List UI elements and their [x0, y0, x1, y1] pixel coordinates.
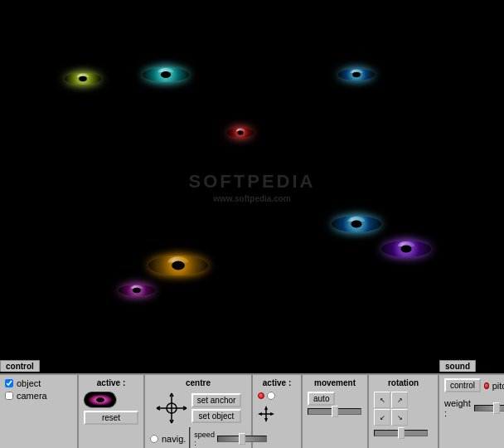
object-label: object — [17, 378, 41, 388]
crosshair-icon — [155, 392, 188, 425]
navig-radio[interactable] — [150, 435, 158, 443]
camera-checkbox[interactable] — [5, 392, 13, 400]
set-anchor-button[interactable]: set anchor — [191, 393, 242, 407]
svg-marker-19 — [270, 412, 274, 416]
svg-marker-16 — [264, 406, 268, 410]
active2-section: active : — [253, 375, 303, 448]
rotation-controls: ↖ ↗ ↙ ↘ — [374, 392, 433, 426]
movement-label: movement — [308, 378, 362, 387]
centre-section: centre set anchor s — [145, 375, 253, 448]
active2-label: active : — [258, 378, 296, 387]
3d-viewport[interactable]: SOFTPEDIA www.softpedia.com — [0, 0, 504, 373]
weight-label: weight : — [444, 398, 471, 418]
active2-led — [258, 392, 264, 399]
active2-radio[interactable] — [267, 392, 275, 400]
movement-slider[interactable] — [308, 408, 361, 415]
active-section: active : reset — [79, 375, 145, 448]
movement-icon — [258, 406, 274, 422]
rotation-section: rotation ↖ ↗ ↙ ↘ — [369, 375, 439, 448]
sound-control-button[interactable]: control — [444, 378, 481, 392]
set-object-button[interactable]: set object — [191, 409, 242, 423]
rot-up-right-button[interactable]: ↗ — [391, 392, 408, 408]
movement-section: movement auto — [303, 375, 369, 448]
svg-marker-18 — [258, 412, 262, 416]
active-indicator — [84, 392, 117, 408]
camera-preview — [189, 427, 191, 448]
weight-slider[interactable] — [474, 405, 504, 411]
svg-marker-17 — [264, 418, 268, 422]
sound-tab[interactable]: sound — [439, 360, 476, 372]
sound-section: sound control pitch weight : — [439, 375, 504, 448]
reset-button[interactable]: reset — [84, 411, 138, 425]
navig-label: navig. — [162, 434, 186, 444]
auto-button[interactable]: auto — [308, 392, 335, 406]
control-tab[interactable]: control — [0, 360, 40, 372]
pitch-led — [484, 382, 489, 389]
object-checkbox[interactable] — [5, 379, 13, 387]
centre-label: centre — [150, 378, 246, 387]
control-section: control object camera — [0, 375, 79, 448]
rot-down-left-button[interactable]: ↙ — [374, 409, 390, 426]
rotation-slider[interactable] — [374, 430, 428, 436]
rot-down-right-button[interactable]: ↘ — [391, 409, 408, 426]
speed-label: speed : — [194, 431, 215, 447]
rot-up-left-button[interactable]: ↖ — [374, 392, 390, 408]
camera-label: camera — [17, 391, 47, 401]
rotation-label: rotation — [374, 378, 433, 387]
active-donut-display — [88, 394, 113, 406]
pitch-label: pitch — [492, 381, 504, 391]
active-label: active : — [84, 378, 138, 387]
control-panel: control object camera active : reset cen… — [0, 373, 504, 448]
